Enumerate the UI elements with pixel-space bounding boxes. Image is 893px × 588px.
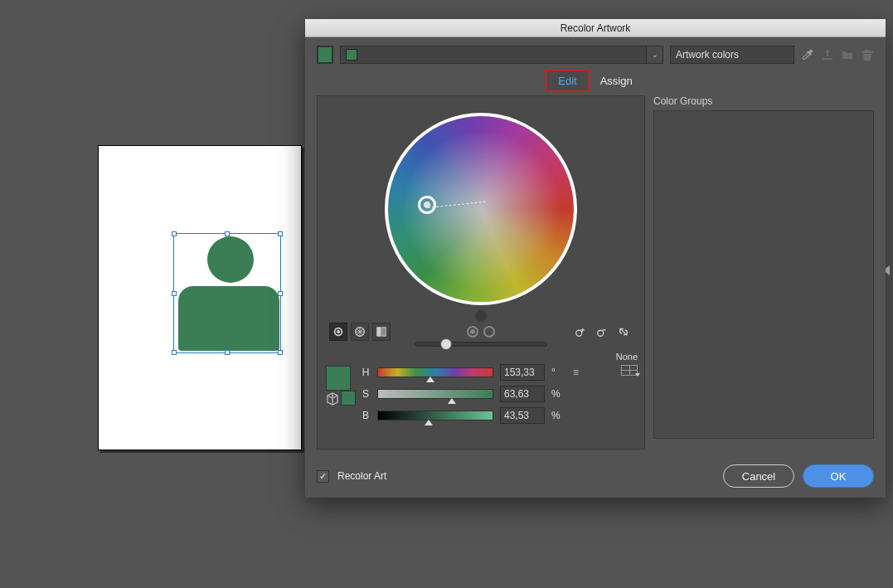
hue-input[interactable]: [500, 364, 545, 381]
sat-slider[interactable]: [377, 389, 493, 399]
svg-rect-3: [377, 328, 381, 337]
tab-edit[interactable]: Edit: [546, 70, 588, 91]
color-group-name-text: Artwork colors: [676, 49, 739, 61]
trash-icon: [861, 47, 874, 62]
chevron-down-icon[interactable]: ⌄: [646, 46, 662, 63]
recolor-art-checkbox[interactable]: ✓: [317, 470, 329, 483]
show-saturation-radio[interactable]: [467, 326, 478, 338]
eyedropper-icon[interactable]: [801, 47, 814, 62]
segmented-wheel-button[interactable]: [351, 323, 369, 341]
percent-unit-b: %: [551, 410, 561, 421]
none-label: None: [616, 352, 638, 362]
color-wheel[interactable]: [385, 113, 577, 305]
linked-swatch[interactable]: [341, 391, 356, 406]
harmony-preset-select[interactable]: ⌄: [340, 46, 663, 64]
wheel-radius-line: [428, 202, 486, 208]
color-model-menu-icon[interactable]: ≡: [573, 367, 579, 378]
recolor-art-label: Recolor Art: [337, 470, 386, 482]
dialog-title: Recolor Artwork: [305, 19, 886, 37]
brt-input[interactable]: [500, 407, 545, 424]
edit-panel: None H ° ≡ S: [317, 95, 645, 450]
brt-slider-thumb[interactable]: [425, 420, 433, 425]
recolor-dialog: Recolor Artwork ⌄ Artwork colors: [305, 19, 886, 498]
hsb-swatch[interactable]: [326, 366, 351, 391]
color-bars-button[interactable]: [372, 323, 391, 341]
brightness-slider-handle[interactable]: [440, 338, 452, 350]
selection-bounds[interactable]: [173, 233, 281, 353]
artboard: [98, 145, 302, 450]
hue-slider-thumb[interactable]: [426, 377, 434, 382]
color-groups-list[interactable]: [653, 110, 874, 439]
remove-color-icon[interactable]: [593, 323, 611, 341]
hue-label: H: [361, 367, 371, 378]
brightness-slider[interactable]: [415, 342, 547, 347]
svg-rect-4: [382, 328, 386, 337]
sat-slider-thumb[interactable]: [448, 398, 456, 404]
ok-button[interactable]: OK: [803, 464, 874, 488]
active-color-swatch[interactable]: [317, 46, 333, 64]
sat-bright-toggle[interactable]: [467, 326, 495, 338]
show-brightness-radio[interactable]: [483, 326, 495, 338]
folder-icon: [841, 47, 854, 62]
tab-assign[interactable]: Assign: [589, 70, 644, 91]
brt-label: B: [361, 410, 371, 421]
percent-unit-s: %: [551, 388, 561, 400]
svg-point-1: [337, 330, 340, 333]
unlink-harmony-icon[interactable]: [614, 323, 633, 341]
sat-input[interactable]: [500, 386, 545, 402]
cube-icon[interactable]: [326, 392, 339, 406]
sat-label: S: [361, 388, 371, 400]
add-color-icon[interactable]: [571, 323, 590, 341]
color-groups-label: Color Groups: [653, 95, 874, 107]
preset-swatch-icon: [346, 49, 357, 61]
smooth-wheel-button[interactable]: [329, 323, 347, 341]
save-group-icon: [821, 47, 834, 62]
hue-slider[interactable]: [377, 367, 493, 377]
svg-point-6: [598, 330, 604, 336]
color-group-name-input[interactable]: Artwork colors: [670, 46, 794, 64]
cancel-button[interactable]: Cancel: [723, 464, 794, 488]
mode-tabs: Edit Assign: [305, 70, 886, 91]
brt-slider[interactable]: [377, 411, 493, 420]
degree-unit: °: [551, 367, 561, 378]
wheel-color-handle[interactable]: [418, 196, 436, 214]
svg-point-5: [576, 330, 582, 336]
